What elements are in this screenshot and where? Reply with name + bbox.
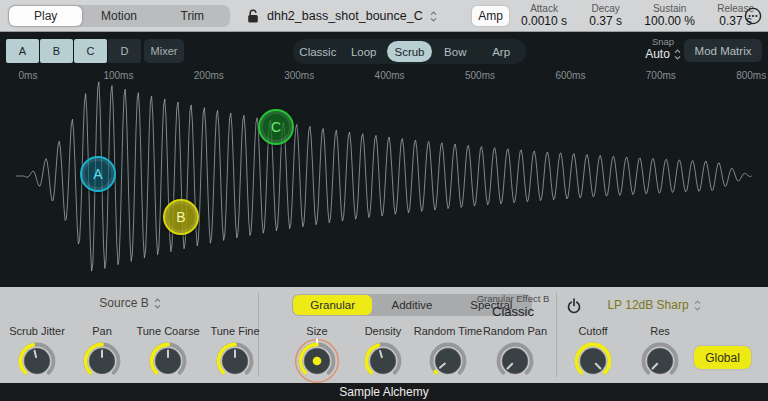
chevron-up-down-icon <box>674 49 681 60</box>
granular-effect-display[interactable]: Granular Effect B Classic <box>452 293 574 319</box>
env-sustain-field[interactable]: Sustain100.00 % <box>644 3 695 30</box>
res-label: Res <box>615 325 705 337</box>
marker-c[interactable]: C <box>258 109 294 145</box>
density-knob[interactable] <box>360 338 406 384</box>
ruler-label-400ms: 400ms <box>375 70 405 81</box>
tab-additive[interactable]: Additive <box>372 295 451 315</box>
ruler-label-0ms: 0ms <box>19 70 38 81</box>
source-a-button[interactable]: A <box>6 39 39 63</box>
mixer-button[interactable]: Mixer <box>144 39 184 63</box>
random-pan-label: Random Pan <box>470 325 560 337</box>
play-mode-segmented: ClassicLoopScrubBowArp <box>293 39 526 64</box>
pan-knob[interactable] <box>79 338 125 384</box>
tune-fine-knob[interactable] <box>212 338 258 384</box>
marker-a-label: A <box>93 166 102 182</box>
source-c-button[interactable]: C <box>74 39 107 63</box>
env-decay-field[interactable]: Decay0.37 s <box>589 3 622 30</box>
play-mode-arp-button[interactable]: Arp <box>478 41 524 62</box>
ruler-label-800ms: 800ms <box>736 70 766 81</box>
play-mode-classic-button[interactable]: Classic <box>295 41 341 62</box>
global-button[interactable]: Global <box>694 346 751 369</box>
source-d-button[interactable]: D <box>108 39 141 63</box>
size-knob[interactable] <box>294 338 340 384</box>
source-b-button[interactable]: B <box>40 39 73 63</box>
marker-b-label: B <box>176 209 185 225</box>
play-mode-scrub-button[interactable]: Scrub <box>387 41 433 62</box>
ruler-label-600ms: 600ms <box>555 70 585 81</box>
amp-button[interactable]: Amp <box>472 6 509 26</box>
mode-play-button[interactable]: Play <box>9 6 82 26</box>
mode-motion-button[interactable]: Motion <box>82 6 155 26</box>
sample-name[interactable]: dhh2_bass_shot_bounce_C <box>267 9 423 23</box>
effect-value: Classic <box>452 304 574 319</box>
chevron-up-down-icon <box>694 300 701 311</box>
source-selector-group: ABCD <box>6 39 141 63</box>
ruler-label-700ms: 700ms <box>646 70 676 81</box>
sample-alchemy-window: 0ms100ms200ms300ms400ms500ms600ms700ms80… <box>0 0 768 401</box>
chevron-up-down-icon <box>154 298 161 309</box>
env-decay-value[interactable]: 0.37 s <box>589 15 622 28</box>
view-mode-segmented: PlayMotionTrim <box>8 5 230 27</box>
chevron-up-down-icon <box>430 11 437 22</box>
mode-trim-button[interactable]: Trim <box>156 6 229 26</box>
snap-value: Auto <box>645 47 670 61</box>
control-panel: Source B GranularAdditiveSpectral Granul… <box>0 287 768 383</box>
more-options-button[interactable] <box>744 7 762 25</box>
res-knob[interactable] <box>637 338 683 384</box>
source-select-value: Source B <box>99 296 148 310</box>
tab-granular[interactable]: Granular <box>293 295 372 315</box>
marker-c-label: C <box>271 119 281 135</box>
effect-label: Granular Effect B <box>452 293 574 304</box>
unlock-icon[interactable] <box>246 8 260 24</box>
source-select[interactable]: Source B <box>60 296 200 310</box>
cutoff-knob[interactable] <box>570 338 616 384</box>
env-attack-value[interactable]: 0.0010 s <box>521 15 567 28</box>
marker-a[interactable]: A <box>80 156 116 192</box>
env-attack-field[interactable]: Attack0.0010 s <box>521 3 567 30</box>
filter-power-button[interactable] <box>566 298 582 314</box>
env-attack-label: Attack <box>521 3 567 14</box>
filter-type-value: LP 12dB Sharp <box>607 298 688 312</box>
scrub-jitter-knob[interactable] <box>14 338 60 384</box>
plugin-title-bar: Sample Alchemy <box>0 383 768 401</box>
marker-b[interactable]: B <box>163 199 199 235</box>
env-decay-label: Decay <box>589 3 622 14</box>
plugin-title: Sample Alchemy <box>339 385 428 399</box>
random-time-knob[interactable] <box>425 338 471 384</box>
tune-fine-label: Tune Fine <box>190 325 280 337</box>
env-sustain-value[interactable]: 100.00 % <box>644 15 695 28</box>
ruler-label-200ms: 200ms <box>194 70 224 81</box>
tune-coarse-knob[interactable] <box>145 338 191 384</box>
mod-matrix-button[interactable]: Mod Matrix <box>684 39 762 62</box>
envelope-fields: Attack0.0010 sDecay0.37 sSustain100.00 %… <box>521 3 754 30</box>
ruler-label-500ms: 500ms <box>465 70 495 81</box>
filter-type-select[interactable]: LP 12dB Sharp <box>592 298 716 312</box>
play-mode-bow-button[interactable]: Bow <box>432 41 478 62</box>
play-mode-loop-button[interactable]: Loop <box>341 41 387 62</box>
time-ruler: 0ms100ms200ms300ms400ms500ms600ms700ms80… <box>0 68 768 84</box>
random-pan-knob[interactable] <box>492 338 538 384</box>
ruler-label-100ms: 100ms <box>103 70 133 81</box>
top-bar: PlayMotionTrim dhh2_bass_shot_bounce_C A… <box>0 0 768 32</box>
env-sustain-label: Sustain <box>644 3 695 14</box>
ruler-label-300ms: 300ms <box>284 70 314 81</box>
